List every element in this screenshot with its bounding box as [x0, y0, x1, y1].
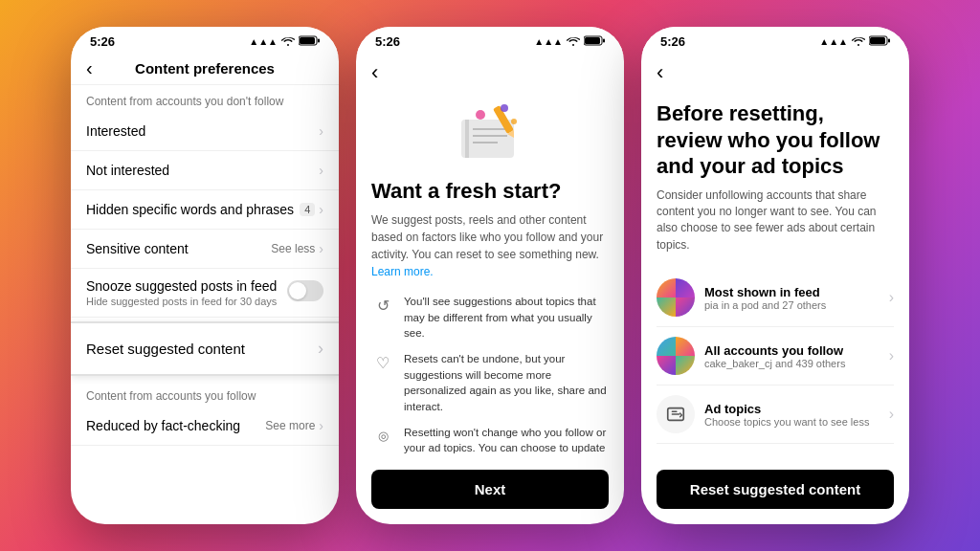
chevron-icon-5: ›: [319, 418, 323, 433]
not-interested-label: Not interested: [86, 163, 169, 178]
ad-topics-name: Ad topics: [704, 402, 869, 416]
review-item-ad-topics[interactable]: Ad topics Choose topics you want to see …: [657, 386, 894, 444]
snooze-sub: Hide suggested posts in feed for 30 days: [86, 296, 277, 307]
svg-point-13: [476, 110, 485, 120]
learn-more-link[interactable]: Learn more.: [371, 265, 434, 278]
review-description: Consider unfollowing accounts that share…: [657, 187, 894, 254]
review-title: Before resetting, review who you follow …: [657, 100, 894, 180]
fact-check-right: See more ›: [265, 418, 323, 433]
phone2-back-row: ‹: [356, 53, 624, 85]
status-icons-3: ▲▲▲: [819, 35, 890, 48]
menu-item-sensitive[interactable]: Sensitive content See less ›: [71, 230, 339, 269]
fact-check-label: Reduced by fact-checking: [86, 418, 240, 433]
reset-item[interactable]: Reset suggested content ›: [71, 321, 339, 376]
info-item-3: ◎ Resetting won't change who you follow …: [371, 425, 609, 460]
sensitive-right: See less ›: [271, 241, 323, 256]
review-item-most-shown[interactable]: Most shown in feed pia in a pod and 27 o…: [657, 269, 894, 327]
all-accounts-name: All accounts you follow: [704, 343, 845, 358]
status-icons-1: ▲▲▲: [249, 35, 320, 48]
chevron-icon-3: ›: [319, 202, 323, 217]
hidden-words-badge: 4: [300, 203, 315, 216]
reset-suggested-button[interactable]: Reset suggested content: [657, 470, 894, 509]
menu-item-not-interested[interactable]: Not interested ›: [71, 151, 339, 190]
snooze-wrap: Snooze suggested posts in feed Hide sugg…: [86, 278, 323, 307]
snooze-text: Snooze suggested posts in feed Hide sugg…: [86, 278, 277, 307]
ad-topics-sub: Choose topics you want to see less: [704, 416, 869, 428]
back-button-2[interactable]: ‹: [371, 60, 378, 84]
chevron-icon-1: ›: [319, 123, 323, 139]
chevron-icon-r3: ›: [889, 406, 894, 423]
battery-icon-2: [584, 35, 605, 48]
status-time-2: 5:26: [375, 34, 400, 49]
person-icon: ◎: [371, 425, 394, 448]
svg-rect-1: [300, 37, 315, 44]
signal-icon-2: ▲▲▲: [534, 36, 563, 47]
menu-item-fact-check[interactable]: Reduced by fact-checking See more ›: [71, 407, 339, 446]
svg-rect-20: [888, 39, 890, 43]
most-shown-info: Most shown in feed pia in a pod and 27 o…: [704, 285, 826, 311]
snooze-toggle[interactable]: [287, 280, 323, 301]
refresh-icon: ↺: [371, 294, 394, 317]
interested-label: Interested: [86, 123, 145, 139]
phone3-footer: Reset suggested content: [641, 460, 909, 524]
info-text-3: Resetting won't change who you follow or…: [404, 425, 609, 460]
phone1-header: ‹ Content preferences: [71, 53, 339, 85]
most-shown-name: Most shown in feed: [704, 285, 826, 299]
svg-rect-4: [585, 37, 600, 44]
status-time-1: 5:26: [90, 34, 115, 49]
phone-2: 5:26 ▲▲▲ ‹: [356, 27, 624, 524]
status-bar-2: 5:26 ▲▲▲: [356, 27, 624, 53]
page-title-1: Content preferences: [135, 60, 275, 77]
menu-item-interested[interactable]: Interested ›: [71, 112, 339, 151]
back-button-1[interactable]: ‹: [86, 57, 93, 79]
phone3-back-row: ‹: [641, 53, 909, 85]
phone3-main: Before resetting, review who you follow …: [641, 85, 909, 460]
wifi-icon-3: [852, 36, 865, 48]
next-button[interactable]: Next: [371, 470, 609, 509]
wifi-icon: [281, 36, 295, 48]
info-item-2: ♡ Resets can't be undone, but your sugge…: [371, 351, 609, 415]
section-label-1: Content from accounts you don't follow: [71, 85, 339, 112]
reset-label: Reset suggested content: [86, 341, 245, 357]
phone2-footer: Next: [356, 460, 624, 524]
status-time-3: 5:26: [660, 34, 685, 49]
review-item-left-1: Most shown in feed pia in a pod and 27 o…: [657, 278, 826, 317]
info-item-1: ↺ You'll see suggestions about topics th…: [371, 294, 609, 342]
battery-icon: [299, 35, 320, 48]
svg-rect-5: [603, 39, 605, 43]
all-accounts-avatar: [657, 337, 695, 375]
svg-rect-7: [465, 120, 469, 158]
fresh-start-title: Want a fresh start?: [371, 179, 609, 204]
fact-check-note: See more: [265, 419, 315, 432]
hidden-words-right: 4 ›: [300, 202, 323, 217]
svg-point-15: [511, 119, 517, 124]
wifi-icon-2: [567, 36, 580, 48]
back-button-3[interactable]: ‹: [657, 60, 663, 84]
review-item-all-accounts[interactable]: All accounts you follow cake_baker_cj an…: [657, 327, 894, 386]
screen-content-1: Content from accounts you don't follow I…: [71, 85, 339, 524]
phone2-main: Want a fresh start? We suggest posts, re…: [356, 85, 624, 460]
sensitive-note: See less: [271, 242, 315, 255]
hidden-words-label: Hidden specific words and phrases: [86, 202, 294, 217]
signal-icon: ▲▲▲: [249, 36, 278, 47]
status-bar-3: 5:26 ▲▲▲: [641, 27, 909, 53]
most-shown-avatar: [657, 278, 695, 317]
phone-3: 5:26 ▲▲▲ ‹ Before resetting, review who …: [641, 27, 909, 524]
section-label-2: Content from accounts you follow: [71, 380, 339, 407]
chevron-icon-r2: ›: [889, 347, 894, 364]
snooze-title: Snooze suggested posts in feed: [86, 278, 277, 294]
all-accounts-sub: cake_baker_cj and 439 others: [704, 358, 845, 369]
menu-item-hidden-words[interactable]: Hidden specific words and phrases 4 ›: [71, 190, 339, 230]
review-item-left-2: All accounts you follow cake_baker_cj an…: [657, 337, 845, 375]
heart-icon: ♡: [371, 351, 394, 374]
signal-icon-3: ▲▲▲: [819, 36, 848, 47]
reset-chevron-icon: ›: [318, 339, 323, 359]
sensitive-label: Sensitive content: [86, 241, 189, 256]
ad-topics-icon: [657, 395, 695, 433]
svg-point-14: [501, 104, 508, 112]
status-icons-2: ▲▲▲: [534, 35, 605, 48]
fresh-start-illustration: [452, 100, 528, 167]
fresh-start-description: We suggest posts, reels and other conten…: [371, 211, 609, 280]
battery-icon-3: [869, 35, 890, 48]
phone-1: 5:26 ▲▲▲ ‹ Content preferences Content f…: [71, 27, 339, 524]
